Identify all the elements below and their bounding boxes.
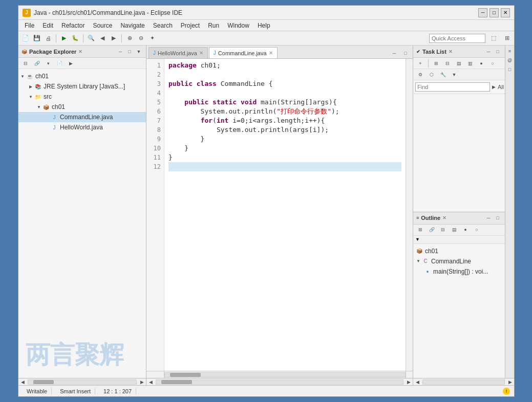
menu-navigate[interactable]: Navigate bbox=[116, 21, 148, 30]
forward-button[interactable]: ▶ bbox=[109, 33, 119, 43]
restore-button[interactable]: □ bbox=[490, 8, 499, 17]
outline-btn-4[interactable]: ▤ bbox=[449, 225, 459, 235]
package-explorer-header: 📦 Package Explorer ✕ ─ □ ▼ bbox=[18, 46, 146, 58]
new-task-button[interactable]: + bbox=[415, 58, 425, 69]
outline-btn-2[interactable]: 🔗 bbox=[427, 225, 437, 235]
code-close-brace-3: } bbox=[168, 153, 173, 161]
outline-btn-1[interactable]: ⊞ bbox=[415, 225, 425, 235]
task-all-label: All bbox=[498, 84, 504, 90]
tree-item-ch01-pkg[interactable]: ▼ 📦 ch01 bbox=[18, 102, 146, 112]
view-menu-button[interactable]: ▼ bbox=[135, 48, 143, 56]
center-scrollbar[interactable] bbox=[156, 379, 403, 385]
back-button[interactable]: ◀ bbox=[97, 33, 108, 43]
task2-btn-3[interactable]: 🔧 bbox=[438, 70, 448, 80]
right-hscroll: ◀ ▶ bbox=[413, 378, 514, 385]
tree-item-src[interactable]: ▼ 📁 src bbox=[18, 92, 146, 102]
toolbar-btn-1[interactable]: ⊕ bbox=[124, 33, 135, 43]
right-scroll-right-arrow[interactable]: ▶ bbox=[506, 378, 514, 386]
task-btn-4[interactable]: ▥ bbox=[465, 58, 475, 69]
writable-status: Writable bbox=[23, 388, 52, 394]
views-button[interactable]: ⊞ bbox=[502, 33, 512, 43]
minimize-panel-button[interactable]: ─ bbox=[116, 48, 124, 56]
side-icon-3[interactable]: □ bbox=[506, 66, 514, 73]
center-scroll-left-arrow[interactable]: ◀ bbox=[146, 378, 155, 386]
left-scroll-left-arrow[interactable]: ◀ bbox=[18, 378, 27, 386]
task-btn-1[interactable]: ⊞ bbox=[431, 58, 441, 69]
menu-file[interactable]: File bbox=[20, 21, 38, 30]
side-icon-1[interactable]: ≡ bbox=[506, 48, 514, 55]
toolbar-btn-3[interactable]: ✦ bbox=[147, 33, 157, 43]
outline-minimize-button[interactable]: ─ bbox=[484, 214, 493, 222]
package-explorer-tree: ▼ ☕ ch01 ▶ 📚 JRE System Library [JavaS..… bbox=[18, 69, 146, 378]
task-btn-6[interactable]: ○ bbox=[487, 58, 498, 69]
code-line-10: } bbox=[168, 144, 401, 153]
debug-button[interactable]: 🐛 bbox=[70, 33, 80, 43]
tree-item-commandline[interactable]: J CommandLine.java bbox=[18, 112, 146, 122]
tab-helloworld[interactable]: J HelloWorld.java ✕ bbox=[148, 47, 208, 58]
menu-window[interactable]: Window bbox=[223, 21, 253, 30]
quick-access-input[interactable] bbox=[429, 34, 485, 43]
save-button[interactable]: 💾 bbox=[32, 33, 42, 43]
editor-vertical-scrollbar[interactable] bbox=[406, 59, 413, 371]
side-icon-2[interactable]: @ bbox=[506, 57, 514, 64]
tree-item-jre[interactable]: ▶ 📚 JRE System Library [JavaS...] bbox=[18, 81, 146, 92]
expand-button[interactable]: ▶ bbox=[66, 58, 76, 69]
task-btn-2[interactable]: ⊟ bbox=[442, 58, 453, 69]
search-button[interactable]: 🔍 bbox=[86, 33, 96, 43]
perspectives-button[interactable]: ⬚ bbox=[488, 33, 499, 43]
new-button[interactable]: 📄 bbox=[20, 33, 31, 43]
tree-item-ch01[interactable]: ▼ ☕ ch01 bbox=[18, 71, 146, 81]
view-menu-small-button[interactable]: ▾ bbox=[43, 58, 53, 69]
code-line-1: package ch01; bbox=[168, 61, 401, 70]
editor-minimize-button[interactable]: ─ bbox=[389, 48, 399, 58]
outline-btn-3[interactable]: ⊟ bbox=[438, 225, 448, 235]
editor-hscrollbar[interactable] bbox=[164, 372, 406, 377]
task-btn-3[interactable]: ▤ bbox=[454, 58, 464, 69]
tab-commandline[interactable]: J CommandLine.java ✕ bbox=[209, 47, 278, 58]
close-button[interactable]: ✕ bbox=[501, 8, 510, 17]
task2-btn-2[interactable]: ⬡ bbox=[427, 70, 437, 80]
toolbar-btn-2[interactable]: ⊖ bbox=[136, 33, 146, 43]
left-scroll-right-arrow[interactable]: ▶ bbox=[138, 378, 146, 386]
left-scrollbar[interactable] bbox=[28, 379, 137, 385]
right-scroll-left-arrow[interactable]: ◀ bbox=[413, 378, 421, 386]
menu-source[interactable]: Source bbox=[89, 21, 116, 30]
editor-maximize-button[interactable]: □ bbox=[400, 48, 411, 58]
task-minimize-button[interactable]: ─ bbox=[484, 48, 493, 56]
maximize-panel-button[interactable]: □ bbox=[125, 48, 134, 56]
menu-search[interactable]: Search bbox=[149, 21, 177, 30]
task-btn-5[interactable]: ● bbox=[476, 58, 486, 69]
outline-btn-6[interactable]: ○ bbox=[472, 225, 482, 235]
menu-edit[interactable]: Edit bbox=[38, 21, 57, 30]
task-find-input[interactable] bbox=[415, 82, 490, 92]
task-find-row: ▶ All ▶ Acti... bbox=[413, 80, 505, 94]
tab-helloworld-close[interactable]: ✕ bbox=[199, 50, 203, 56]
tree-item-helloworld[interactable]: J HelloWorld.java bbox=[18, 122, 146, 132]
run-button[interactable]: ▶ bbox=[59, 33, 69, 43]
outline-btn-5[interactable]: ● bbox=[460, 225, 471, 235]
menu-help[interactable]: Help bbox=[253, 21, 274, 30]
code-editor[interactable]: package ch01; public class CommandLine {… bbox=[164, 59, 406, 371]
kw-public-2: public bbox=[184, 98, 212, 106]
task-maximize-button[interactable]: □ bbox=[494, 48, 502, 56]
link-with-editor-button[interactable]: 🔗 bbox=[32, 58, 42, 69]
helloworld-arrow bbox=[44, 124, 50, 130]
outline-item-main[interactable]: ● main(String[]) : voi... bbox=[413, 266, 505, 277]
menu-project[interactable]: Project bbox=[177, 21, 204, 30]
minimize-button[interactable]: ─ bbox=[478, 8, 487, 17]
center-scroll-right-arrow[interactable]: ▶ bbox=[405, 378, 413, 386]
outline-item-commandline[interactable]: ▼ C CommandLine bbox=[413, 256, 505, 266]
task2-btn-4[interactable]: ▼ bbox=[449, 70, 459, 80]
new-file-small-button[interactable]: 📄 bbox=[54, 58, 65, 69]
outline-maximize-button[interactable]: □ bbox=[494, 214, 502, 222]
outline-item-ch01[interactable]: 📦 ch01 bbox=[413, 246, 505, 256]
tab-commandline-close[interactable]: ✕ bbox=[269, 50, 273, 56]
collapse-all-button[interactable]: ⊟ bbox=[20, 58, 31, 69]
notification-icon[interactable]: ! bbox=[503, 388, 510, 395]
menu-run[interactable]: Run bbox=[204, 21, 223, 30]
task2-btn-1[interactable]: ⚙ bbox=[415, 70, 425, 80]
right-scrollbar[interactable] bbox=[422, 379, 505, 385]
menu-refactor[interactable]: Refactor bbox=[57, 21, 89, 30]
print-button[interactable]: 🖨 bbox=[43, 33, 53, 43]
outline-toolbar: ⊞ 🔗 ⊟ ▤ ● ○ bbox=[413, 225, 505, 236]
